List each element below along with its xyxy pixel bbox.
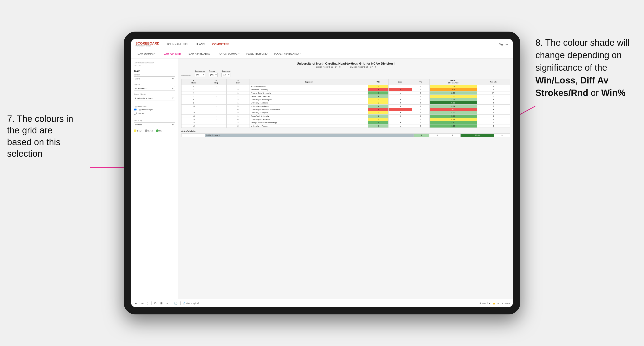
logo-text: SCOREBOARD [136, 42, 159, 45]
sub-nav-player-h2h-heatmap[interactable]: PLAYER H2H HEATMAP [273, 50, 302, 58]
cell-tie: 0 [412, 85, 430, 88]
conference-select[interactable]: (All) [195, 73, 205, 77]
undo-btn[interactable]: ↩ [134, 301, 138, 306]
table-row: 12 - 3 University of Virginia 1 2 0 2.33… [182, 111, 510, 115]
redo-btn[interactable]: ↪ [140, 301, 144, 306]
ood-conf [198, 134, 205, 137]
sub-nav: TEAM SUMMARY TEAM H2H GRID TEAM H2H HEAT… [131, 50, 513, 58]
thumbs-btn[interactable]: 👍 [492, 302, 495, 305]
grid-btn[interactable]: ⊞ [498, 302, 499, 305]
watch-btn[interactable]: 👁 Watch ▾ [480, 302, 490, 305]
cell-diff: -1.00 [430, 118, 477, 121]
cell-rank: 4 [182, 91, 206, 95]
cell-reg: - [206, 108, 226, 111]
cell-reg: - [206, 111, 226, 115]
col-rounds: Rounds [477, 79, 510, 85]
cell-rank: 10 [182, 105, 206, 108]
radio-top100[interactable]: Top 100 [134, 112, 175, 115]
sub-nav-player-h2h-grid[interactable]: PLAYER H2H GRID [246, 50, 268, 58]
copy-btn[interactable]: ⧉ [154, 301, 158, 306]
school-select[interactable]: 1. University of Nort... [134, 96, 175, 100]
grid-area: University of North Carolina Head-to-Hea… [178, 58, 513, 299]
cell-rank: 3 [182, 88, 206, 91]
sub-nav-player-summary[interactable]: PLAYER SUMMARY [217, 50, 240, 58]
cell-reg: - [206, 115, 226, 118]
radio-opponents-played[interactable]: Opponents Played [134, 108, 175, 111]
ood-reg [191, 134, 198, 137]
forward-btn[interactable]: ⟩ [146, 301, 150, 306]
toolbar-divider-2 [171, 302, 171, 305]
sidebar: Last Updated: 27/03/2024 16:55:38 Team G… [131, 58, 178, 299]
nav-item-committee[interactable]: COMMITTEE [212, 43, 229, 46]
cell-tie: 0 [412, 95, 430, 98]
col-diff: Diff AvStrokes/Rnd [430, 79, 477, 85]
cell-loss: 4 [388, 88, 412, 91]
table-row: 6 - 2 Florida State University 4 2 0 1.8… [182, 95, 510, 98]
cell-opponent: Georgia Institute of Technology [250, 121, 368, 125]
cell-reg: - [206, 88, 226, 91]
cell-conf: 1 [226, 101, 250, 105]
table-row: 13 - 1 Texas Tech University 3 0 0 5.56 … [182, 115, 510, 118]
grid-title: University of North Carolina Head-to-Hea… [181, 62, 510, 65]
cell-win: 2 [368, 118, 388, 121]
annotation-left-text: 7. The colours in the grid are based on … [7, 113, 76, 160]
col-reg: #Reg [206, 79, 226, 85]
opponent-select[interactable]: (All) [222, 73, 230, 77]
cell-conf: 3 [226, 111, 250, 115]
ood-diff: 26.00 [460, 134, 494, 137]
sub-nav-team-h2h-grid[interactable]: TEAM H2H GRID [162, 50, 182, 58]
gender-select[interactable]: Men's [134, 76, 175, 81]
cell-opponent: Auburn University [250, 85, 368, 88]
cell-win: 3 [368, 115, 388, 118]
cell-loss: 1 [388, 108, 412, 111]
cell-diff: 9.00 [430, 101, 477, 105]
clock-btn[interactable]: 🕐 [173, 301, 178, 306]
ood-rank [182, 134, 191, 137]
cell-conf: 2 [226, 125, 250, 128]
cell-loss: 2 [388, 111, 412, 115]
table-row: 14 - 6 University of Oklahoma 2 1 0 -1.0… [182, 118, 510, 121]
cell-loss: 0 [388, 105, 412, 108]
cell-rounds: 17 [477, 91, 510, 95]
paste-btn[interactable]: ⊞ [159, 301, 164, 306]
opponent-view-radio-group: Opponents Played Top 100 [134, 108, 175, 115]
nav-item-tournaments[interactable]: TOURNAMENTS [166, 43, 188, 46]
cell-tie: 0 [412, 125, 430, 128]
cell-conf: 6 [226, 108, 250, 111]
cell-loss: 0 [388, 121, 412, 125]
opponents-label: Opponents: [181, 75, 191, 77]
sub-nav-team-summary[interactable]: TEAM SUMMARY [136, 50, 157, 58]
col-win: Win [368, 79, 388, 85]
cell-conf: 2 [226, 95, 250, 98]
cell-conf: 4 [226, 121, 250, 125]
team-section-title: Team [134, 70, 175, 72]
share-btn[interactable]: ↗ Share [502, 302, 510, 305]
legend-level: Level [145, 129, 153, 132]
cell-conf: 5 [226, 105, 250, 108]
opponent-filter: Opponent (All) [222, 70, 230, 77]
sub-nav-team-h2h-heatmap[interactable]: TEAM H2H HEATMAP [186, 50, 212, 58]
filter-row: Opponents: Conference (All) Region (All) [181, 70, 510, 77]
sign-out-link[interactable]: | Sign out [498, 43, 508, 46]
cell-rank: 12 [182, 111, 206, 115]
cell-rounds: 3 [477, 111, 510, 115]
cell-diff: 1.67 [430, 85, 477, 88]
division-select[interactable]: NCAA Division I [134, 86, 175, 91]
region-filter: Region (All) [209, 70, 218, 77]
minus-btn[interactable]: − [166, 301, 169, 306]
cell-rounds: 3 [477, 98, 510, 101]
division-label: Division [134, 83, 175, 86]
ipad-container: SCOREBOARD Powered by clippd TOURNAMENTS… [124, 32, 520, 314]
division-record: Division Record: 88 - 17 - 0 [350, 66, 376, 68]
region-select[interactable]: (All) [209, 73, 218, 77]
cell-rounds: 9 [477, 121, 510, 125]
col-conf: #Conf [226, 79, 250, 85]
conference-filter: Conference (All) [195, 70, 205, 77]
cell-loss: 1 [388, 125, 412, 128]
nav-item-teams[interactable]: TEAMS [196, 43, 205, 46]
cell-rank: 13 [182, 115, 206, 118]
gender-label: Gender [134, 74, 175, 76]
colour-by-select[interactable]: Win/loss [134, 122, 175, 127]
table-row: 10 - 5 University of Alabama 3 0 0 2.61 … [182, 105, 510, 108]
cell-tie: 0 [412, 115, 430, 118]
